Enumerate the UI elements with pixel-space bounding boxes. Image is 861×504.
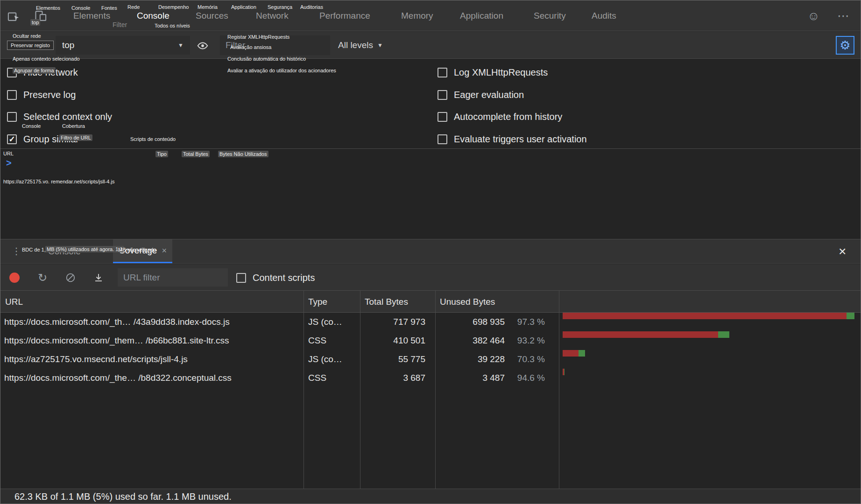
unused-value: 3 487 — [482, 369, 505, 387]
checkbox-evaluate-triggers-user-activation[interactable]: ✓ Evaluate triggers user activation — [438, 133, 587, 146]
console-message-area: > — [0, 149, 861, 239]
unused-percent: 93.2 % — [510, 331, 545, 350]
cell-unused-bytes: 3 48794.6 % — [435, 369, 545, 387]
table-row[interactable]: https://az725175.vo.msecnd.net/scripts/j… — [0, 350, 861, 369]
drawer-tab-console[interactable]: Console — [48, 239, 81, 263]
gear-icon: ⚙ — [840, 39, 850, 51]
console-settings-button[interactable]: ⚙ — [836, 36, 854, 55]
chevron-down-icon: ▼ — [377, 42, 383, 49]
live-expression-eye-icon[interactable] — [197, 40, 209, 52]
unused-percent: 94.6 % — [510, 369, 545, 387]
table-row[interactable]: https://docs.microsoft.com/_th… /43a9dd3… — [0, 313, 861, 331]
javascript-context-selector[interactable]: top ▼ — [56, 36, 190, 55]
tab-network[interactable]: Network — [256, 0, 289, 31]
coverage-table-header: URL Type Total Bytes Unused Bytes — [0, 291, 861, 313]
close-drawer-icon[interactable]: × — [839, 239, 846, 263]
device-toolbar-icon[interactable] — [34, 9, 47, 22]
used-bar-segment — [579, 350, 585, 357]
checkbox-box[interactable]: ✓ — [7, 134, 17, 144]
tab-application[interactable]: Application — [460, 0, 503, 31]
tab-memory[interactable]: Memory — [401, 0, 433, 31]
check-icon: ✓ — [8, 135, 15, 143]
feedback-smiley-icon[interactable]: ☺ — [807, 0, 820, 31]
overflow-menu-icon[interactable]: ⋯ — [837, 0, 849, 31]
cell-type: JS (co… — [308, 313, 356, 331]
cell-unused-bytes: 382 46493.2 % — [435, 331, 545, 350]
drawer-tab-coverage[interactable]: Coverage × — [113, 239, 172, 263]
checkbox-eager-evaluation[interactable]: ✓ Eager evaluation — [438, 88, 524, 101]
clear-console-icon[interactable] — [42, 40, 53, 51]
tab-console[interactable]: Console — [137, 0, 169, 31]
url-filter-input[interactable] — [118, 268, 228, 287]
console-filter-input[interactable] — [220, 35, 330, 55]
column-header-url[interactable]: URL — [5, 291, 23, 313]
cell-total-bytes: 55 775 — [355, 350, 425, 369]
usage-bar — [563, 313, 857, 319]
used-bar-segment — [847, 313, 854, 319]
checkbox-log-xmlhttprequests[interactable]: ✓ Log XMLHttpRequests — [438, 66, 548, 79]
coverage-table: URL Type Total Bytes Unused Bytes https:… — [0, 291, 861, 489]
checkbox-selected-context-only[interactable]: ✓ Selected context only — [7, 110, 112, 123]
checkbox-box[interactable]: ✓ — [438, 134, 447, 144]
checkbox-content-scripts[interactable]: ✓ Content scripts — [236, 271, 315, 284]
checkbox-box[interactable]: ✓ — [438, 90, 447, 100]
column-header-unused-bytes[interactable]: Unused Bytes — [440, 291, 495, 313]
tab-elements[interactable]: Elements — [73, 0, 110, 31]
context-selector-value: top — [62, 40, 74, 50]
cell-total-bytes: 3 687 — [355, 369, 425, 387]
unused-value: 698 935 — [473, 313, 505, 331]
checkbox-autocomplete-from-history[interactable]: ✓ Autocomplete from history — [438, 110, 562, 123]
checkbox-label: Preserve log — [23, 90, 76, 100]
cell-total-bytes: 410 501 — [355, 331, 425, 350]
cell-type: JS (co… — [308, 350, 356, 369]
tab-sources[interactable]: Sources — [196, 0, 228, 31]
console-prompt-icon: > — [6, 158, 12, 168]
cell-url: https://az725175.vo.msecnd.net/scripts/j… — [4, 350, 299, 369]
drawer-menu-icon[interactable]: ⋮ — [12, 239, 21, 263]
checkbox-box[interactable]: ✓ — [438, 68, 447, 77]
used-bar-segment — [718, 331, 729, 338]
main-tab-bar: Elements Console Sources Network Perform… — [0, 0, 861, 31]
column-header-type[interactable]: Type — [308, 291, 327, 313]
record-coverage-button[interactable] — [9, 273, 20, 283]
reload-icon[interactable]: ↻ — [38, 264, 47, 291]
checkbox-label: Selected context only — [23, 112, 112, 122]
clear-coverage-icon[interactable] — [65, 272, 76, 283]
close-tab-icon[interactable]: × — [162, 246, 167, 256]
checkbox-hide-network[interactable]: ✓ Hide network — [7, 66, 78, 79]
tab-security[interactable]: Security — [534, 0, 566, 31]
cell-unused-bytes: 698 93597.3 % — [435, 313, 545, 331]
cell-unused-bytes: 39 22870.3 % — [435, 350, 545, 369]
drawer-tab-bar: ⋮ Console Coverage × × — [0, 239, 861, 264]
coverage-summary-text: 62.3 KB of 1.1 MB (5%) used so far. 1.1 … — [14, 489, 232, 504]
checkbox-box[interactable]: ✓ — [7, 90, 17, 100]
unused-value: 39 228 — [478, 350, 505, 369]
export-download-icon[interactable] — [93, 272, 104, 283]
tab-performance[interactable]: Performance — [319, 0, 370, 31]
chevron-down-icon: ▼ — [178, 42, 183, 49]
checkbox-preserve-log[interactable]: ✓ Preserve log — [7, 88, 76, 101]
coverage-toolbar: ↻ ✓ Content scripts — [0, 264, 861, 291]
checkbox-group-similar[interactable]: ✓ Group similar — [7, 133, 79, 146]
log-levels-value: All levels — [338, 40, 373, 50]
table-row[interactable]: https://docs.microsoft.com/_the… /b8d322… — [0, 369, 861, 387]
console-settings-panel: ✓ Hide network ✓ Preserve log ✓ Selected… — [0, 59, 861, 149]
usage-bar — [563, 331, 857, 338]
tab-audits[interactable]: Audits — [592, 0, 616, 31]
table-row[interactable]: https://docs.microsoft.com/_them… /b66bc… — [0, 331, 861, 350]
checkbox-box[interactable]: ✓ — [7, 68, 17, 77]
checkbox-box[interactable]: ✓ — [236, 273, 246, 283]
inspect-element-icon[interactable] — [7, 9, 20, 22]
cell-type: CSS — [308, 369, 356, 387]
checkbox-label: Content scripts — [253, 273, 315, 283]
log-levels-dropdown[interactable]: All levels ▼ — [338, 32, 383, 59]
checkbox-box[interactable]: ✓ — [7, 112, 17, 122]
unused-value: 382 464 — [473, 331, 505, 350]
checkbox-box[interactable]: ✓ — [438, 112, 447, 122]
column-header-total-bytes[interactable]: Total Bytes — [365, 291, 408, 313]
checkbox-label: Log XMLHttpRequests — [454, 67, 548, 78]
cell-url: https://docs.microsoft.com/_th… /43a9dd3… — [4, 313, 299, 331]
checkbox-label: Evaluate triggers user activation — [454, 134, 587, 145]
coverage-status-bar: 62.3 KB of 1.1 MB (5%) used so far. 1.1 … — [0, 489, 861, 504]
checkbox-label: Eager evaluation — [454, 90, 524, 100]
